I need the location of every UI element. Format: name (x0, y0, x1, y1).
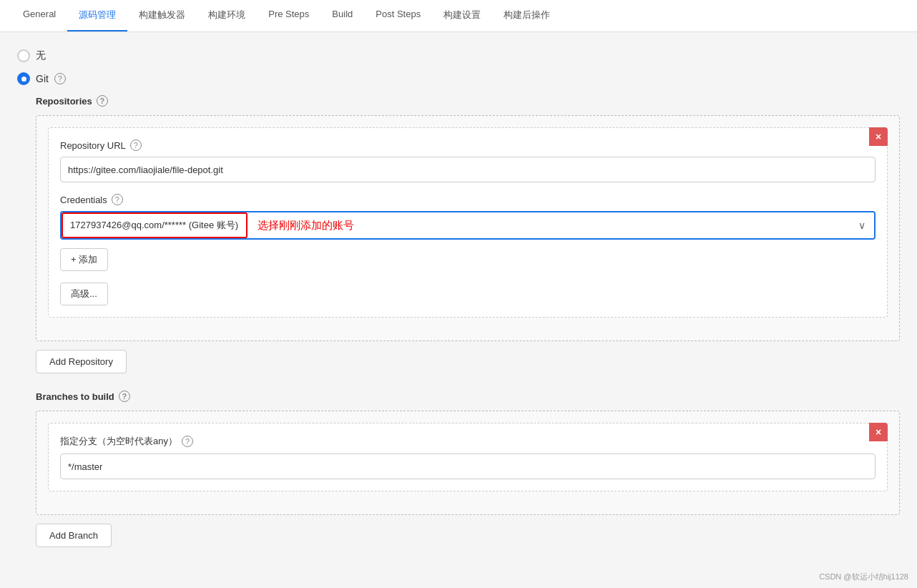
branch-field-label: 指定分支（为空时代表any） ? (60, 435, 876, 448)
tab-post-build[interactable]: 构建后操作 (492, 0, 562, 31)
repository-card: × Repository URL ? Credentials ? 1 (48, 127, 888, 318)
main-content: 无 Git ? Repositories ? × Repository URL (0, 32, 917, 588)
branch-card: × 指定分支（为空时代表any） ? (48, 423, 888, 491)
repositories-title: Repositories (36, 96, 92, 107)
repo-url-label: Repository URL ? (60, 139, 876, 151)
chevron-down-icon: ∨ (850, 212, 874, 238)
git-label: Git (36, 73, 49, 84)
branches-wrapper: × 指定分支（为空时代表any） ? (36, 411, 900, 515)
credentials-section: Credentials ? 1727937426@qq.com/****** (… (60, 194, 876, 271)
tab-env[interactable]: 构建环境 (197, 0, 257, 31)
repositories-wrapper: × Repository URL ? Credentials ? 1 (36, 115, 900, 341)
none-option[interactable]: 无 (17, 49, 900, 62)
tab-general[interactable]: General (11, 0, 67, 31)
repo-url-help-icon[interactable]: ? (130, 139, 142, 151)
none-label: 无 (36, 49, 46, 62)
branches-section: Branches to build ? × 指定分支（为空时代表any） ? (36, 391, 900, 547)
branch-close-button[interactable]: × (869, 423, 888, 441)
credentials-selected-value[interactable]: 1727937426@qq.com/****** (Gitee 账号) (62, 212, 247, 238)
credentials-help-icon[interactable]: ? (112, 194, 123, 205)
tab-trigger[interactable]: 构建触发器 (127, 0, 197, 31)
branch-input[interactable] (60, 454, 876, 479)
add-branch-button[interactable]: Add Branch (36, 524, 112, 547)
repositories-label: Repositories ? (36, 95, 900, 107)
tab-settings[interactable]: 构建设置 (432, 0, 492, 31)
credentials-select-wrapper[interactable]: 1727937426@qq.com/****** (Gitee 账号) 选择刚刚… (60, 211, 876, 240)
add-credential-button[interactable]: + 添加 (60, 248, 108, 271)
tab-source[interactable]: 源码管理 (67, 0, 127, 31)
git-option[interactable]: Git ? (17, 72, 900, 85)
tab-post-steps[interactable]: Post Steps (364, 0, 432, 31)
none-radio[interactable] (17, 49, 30, 62)
add-repository-button[interactable]: Add Repository (36, 350, 127, 373)
tab-bar: General 源码管理 构建触发器 构建环境 Pre Steps Build … (0, 0, 917, 32)
branch-help-icon[interactable]: ? (182, 436, 193, 447)
credentials-hint: 选择刚刚添加的账号 (247, 212, 850, 238)
branches-help-icon[interactable]: ? (119, 391, 130, 402)
git-radio[interactable] (17, 72, 30, 85)
advanced-button[interactable]: 高级... (60, 283, 108, 305)
branches-title: Branches to build (36, 391, 114, 402)
tab-build[interactable]: Build (320, 0, 364, 31)
repo-url-input[interactable] (60, 157, 876, 182)
tab-pre-steps[interactable]: Pre Steps (257, 0, 320, 31)
git-section: Repositories ? × Repository URL ? (36, 95, 900, 547)
branches-label: Branches to build ? (36, 391, 900, 402)
repositories-help-icon[interactable]: ? (97, 95, 108, 107)
watermark: CSDN @软运小结hij1128 (819, 572, 908, 582)
repo-close-button[interactable]: × (869, 127, 888, 146)
git-help-icon[interactable]: ? (54, 73, 66, 84)
credentials-label: Credentials ? (60, 194, 876, 205)
